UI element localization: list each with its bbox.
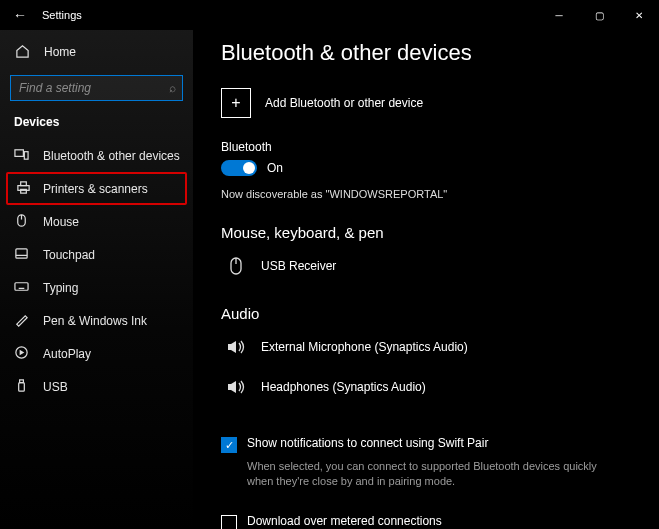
- search-box[interactable]: ⌕: [10, 75, 183, 101]
- sidebar-item-printers[interactable]: Printers & scanners: [6, 172, 187, 205]
- metered-checkbox[interactable]: [221, 515, 237, 529]
- speaker-icon: [225, 376, 247, 398]
- add-device-row[interactable]: + Add Bluetooth or other device: [221, 88, 633, 118]
- sidebar-item-label: Printers & scanners: [43, 182, 148, 196]
- sidebar-item-typing[interactable]: Typing: [0, 271, 193, 304]
- sidebar-item-label: USB: [43, 380, 68, 394]
- svg-rect-9: [15, 282, 28, 290]
- sidebar-item-label: Pen & Windows Ink: [43, 314, 147, 328]
- device-item[interactable]: External Microphone (Synaptics Audio): [221, 332, 633, 372]
- home-label: Home: [44, 45, 76, 59]
- sidebar-item-label: Mouse: [43, 215, 79, 229]
- sidebar-item-autoplay[interactable]: AutoPlay: [0, 337, 193, 370]
- bluetooth-label: Bluetooth: [221, 140, 633, 154]
- device-name: USB Receiver: [261, 259, 336, 273]
- svg-rect-16: [19, 382, 25, 390]
- sidebar: Home ⌕ Devices Bluetooth & other devices…: [0, 30, 193, 529]
- section-audio-title: Audio: [221, 305, 633, 322]
- sidebar-item-bluetooth[interactable]: Bluetooth & other devices: [0, 139, 193, 172]
- svg-rect-1: [24, 151, 28, 159]
- discoverable-text: Now discoverable as "WINDOWSREPORTAL": [221, 188, 633, 200]
- titlebar: ← Settings ─ ▢ ✕: [0, 0, 659, 30]
- metered-row: Download over metered connections: [221, 514, 633, 529]
- usb-icon: [14, 378, 29, 396]
- home-nav[interactable]: Home: [0, 36, 193, 67]
- titlebar-label: Settings: [42, 9, 82, 21]
- sidebar-item-label: AutoPlay: [43, 347, 91, 361]
- device-name: External Microphone (Synaptics Audio): [261, 340, 468, 354]
- close-button[interactable]: ✕: [619, 0, 659, 30]
- sidebar-item-usb[interactable]: USB: [0, 370, 193, 403]
- plus-icon: +: [221, 88, 251, 118]
- home-icon: [14, 44, 30, 60]
- bluetooth-toggle[interactable]: [221, 160, 257, 176]
- sidebar-item-label: Bluetooth & other devices: [43, 149, 180, 163]
- swift-pair-checkbox[interactable]: ✓: [221, 437, 237, 453]
- page-title: Bluetooth & other devices: [221, 40, 633, 66]
- swift-pair-help: When selected, you can connect to suppor…: [247, 459, 607, 490]
- svg-rect-7: [16, 248, 27, 257]
- autoplay-icon: [14, 345, 29, 363]
- bluetooth-state: On: [267, 161, 283, 175]
- pen-icon: [14, 312, 29, 330]
- printer-icon: [16, 180, 31, 198]
- svg-rect-4: [21, 189, 27, 193]
- search-input[interactable]: [19, 81, 169, 95]
- sidebar-category-label: Devices: [0, 113, 193, 139]
- add-device-label: Add Bluetooth or other device: [265, 96, 423, 110]
- content-panel: Bluetooth & other devices + Add Bluetoot…: [193, 30, 659, 529]
- touchpad-icon: [14, 246, 29, 264]
- window-controls: ─ ▢ ✕: [539, 0, 659, 30]
- device-name: Headphones (Synaptics Audio): [261, 380, 426, 394]
- device-item[interactable]: USB Receiver: [221, 251, 633, 291]
- keyboard-icon: [14, 279, 29, 297]
- sidebar-item-label: Touchpad: [43, 248, 95, 262]
- sidebar-item-label: Typing: [43, 281, 78, 295]
- section-mouse-title: Mouse, keyboard, & pen: [221, 224, 633, 241]
- swift-pair-label: Show notifications to connect using Swif…: [247, 436, 488, 450]
- swift-pair-row: ✓ Show notifications to connect using Sw…: [221, 436, 633, 453]
- mouse-device-icon: [225, 255, 247, 277]
- devices-icon: [14, 147, 29, 165]
- sidebar-item-pen[interactable]: Pen & Windows Ink: [0, 304, 193, 337]
- maximize-button[interactable]: ▢: [579, 0, 619, 30]
- sidebar-item-mouse[interactable]: Mouse: [0, 205, 193, 238]
- svg-rect-0: [15, 149, 23, 156]
- back-button[interactable]: ←: [8, 3, 32, 27]
- sidebar-item-touchpad[interactable]: Touchpad: [0, 238, 193, 271]
- speaker-icon: [225, 336, 247, 358]
- search-icon: ⌕: [169, 81, 176, 95]
- metered-label: Download over metered connections: [247, 514, 442, 528]
- device-item[interactable]: Headphones (Synaptics Audio): [221, 372, 633, 412]
- mouse-icon: [14, 213, 29, 231]
- minimize-button[interactable]: ─: [539, 0, 579, 30]
- bluetooth-toggle-row: On: [221, 160, 633, 176]
- svg-rect-3: [21, 181, 27, 185]
